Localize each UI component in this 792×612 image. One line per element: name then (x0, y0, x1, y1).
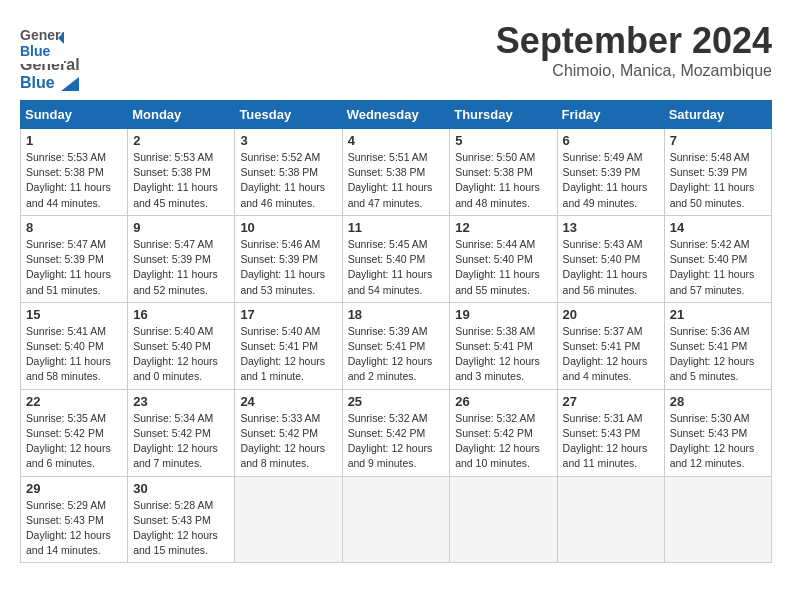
calendar-week-row: 29Sunrise: 5:29 AM Sunset: 5:43 PM Dayli… (21, 476, 772, 563)
calendar-cell: 28Sunrise: 5:30 AM Sunset: 5:43 PM Dayli… (664, 389, 771, 476)
day-number: 3 (240, 133, 336, 148)
calendar-cell: 7Sunrise: 5:48 AM Sunset: 5:39 PM Daylig… (664, 129, 771, 216)
day-info: Sunrise: 5:43 AM Sunset: 5:40 PM Dayligh… (563, 237, 659, 298)
day-number: 8 (26, 220, 122, 235)
day-info: Sunrise: 5:45 AM Sunset: 5:40 PM Dayligh… (348, 237, 445, 298)
day-info: Sunrise: 5:36 AM Sunset: 5:41 PM Dayligh… (670, 324, 766, 385)
day-number: 18 (348, 307, 445, 322)
weekday-header-thursday: Thursday (450, 101, 557, 129)
day-info: Sunrise: 5:32 AM Sunset: 5:42 PM Dayligh… (348, 411, 445, 472)
day-info: Sunrise: 5:34 AM Sunset: 5:42 PM Dayligh… (133, 411, 229, 472)
svg-text:General: General (20, 27, 64, 43)
day-info: Sunrise: 5:47 AM Sunset: 5:39 PM Dayligh… (133, 237, 229, 298)
day-number: 17 (240, 307, 336, 322)
day-info: Sunrise: 5:39 AM Sunset: 5:41 PM Dayligh… (348, 324, 445, 385)
location-subtitle: Chimoio, Manica, Mozambique (496, 62, 772, 80)
day-info: Sunrise: 5:38 AM Sunset: 5:41 PM Dayligh… (455, 324, 551, 385)
calendar-cell: 17Sunrise: 5:40 AM Sunset: 5:41 PM Dayli… (235, 302, 342, 389)
calendar-cell: 2Sunrise: 5:53 AM Sunset: 5:38 PM Daylig… (128, 129, 235, 216)
day-number: 5 (455, 133, 551, 148)
calendar-cell: 4Sunrise: 5:51 AM Sunset: 5:38 PM Daylig… (342, 129, 450, 216)
weekday-header-monday: Monday (128, 101, 235, 129)
day-number: 9 (133, 220, 229, 235)
day-number: 10 (240, 220, 336, 235)
day-number: 30 (133, 481, 229, 496)
day-info: Sunrise: 5:53 AM Sunset: 5:38 PM Dayligh… (26, 150, 122, 211)
day-info: Sunrise: 5:41 AM Sunset: 5:40 PM Dayligh… (26, 324, 122, 385)
calendar-cell: 16Sunrise: 5:40 AM Sunset: 5:40 PM Dayli… (128, 302, 235, 389)
day-number: 13 (563, 220, 659, 235)
day-info: Sunrise: 5:35 AM Sunset: 5:42 PM Dayligh… (26, 411, 122, 472)
day-number: 4 (348, 133, 445, 148)
calendar-cell: 22Sunrise: 5:35 AM Sunset: 5:42 PM Dayli… (21, 389, 128, 476)
day-number: 23 (133, 394, 229, 409)
day-info: Sunrise: 5:50 AM Sunset: 5:38 PM Dayligh… (455, 150, 551, 211)
calendar-cell: 23Sunrise: 5:34 AM Sunset: 5:42 PM Dayli… (128, 389, 235, 476)
calendar-week-row: 1Sunrise: 5:53 AM Sunset: 5:38 PM Daylig… (21, 129, 772, 216)
calendar-cell: 15Sunrise: 5:41 AM Sunset: 5:40 PM Dayli… (21, 302, 128, 389)
calendar-cell: 21Sunrise: 5:36 AM Sunset: 5:41 PM Dayli… (664, 302, 771, 389)
calendar-cell: 19Sunrise: 5:38 AM Sunset: 5:41 PM Dayli… (450, 302, 557, 389)
day-info: Sunrise: 5:53 AM Sunset: 5:38 PM Dayligh… (133, 150, 229, 211)
calendar-cell: 26Sunrise: 5:32 AM Sunset: 5:42 PM Dayli… (450, 389, 557, 476)
calendar-cell: 5Sunrise: 5:50 AM Sunset: 5:38 PM Daylig… (450, 129, 557, 216)
weekday-header-tuesday: Tuesday (235, 101, 342, 129)
calendar-cell: 20Sunrise: 5:37 AM Sunset: 5:41 PM Dayli… (557, 302, 664, 389)
calendar-table: SundayMondayTuesdayWednesdayThursdayFrid… (20, 100, 772, 563)
day-info: Sunrise: 5:48 AM Sunset: 5:39 PM Dayligh… (670, 150, 766, 211)
svg-marker-4 (61, 77, 79, 91)
day-number: 11 (348, 220, 445, 235)
calendar-week-row: 22Sunrise: 5:35 AM Sunset: 5:42 PM Dayli… (21, 389, 772, 476)
day-info: Sunrise: 5:31 AM Sunset: 5:43 PM Dayligh… (563, 411, 659, 472)
title-block: September 2024 Chimoio, Manica, Mozambiq… (496, 20, 772, 80)
calendar-cell (664, 476, 771, 563)
calendar-cell (450, 476, 557, 563)
calendar-cell (342, 476, 450, 563)
day-info: Sunrise: 5:40 AM Sunset: 5:40 PM Dayligh… (133, 324, 229, 385)
day-info: Sunrise: 5:49 AM Sunset: 5:39 PM Dayligh… (563, 150, 659, 211)
day-number: 14 (670, 220, 766, 235)
calendar-cell: 6Sunrise: 5:49 AM Sunset: 5:39 PM Daylig… (557, 129, 664, 216)
weekday-header-sunday: Sunday (21, 101, 128, 129)
calendar-cell: 8Sunrise: 5:47 AM Sunset: 5:39 PM Daylig… (21, 215, 128, 302)
calendar-cell (235, 476, 342, 563)
day-number: 29 (26, 481, 122, 496)
logo-arrow-icon (61, 77, 79, 91)
day-info: Sunrise: 5:46 AM Sunset: 5:39 PM Dayligh… (240, 237, 336, 298)
day-info: Sunrise: 5:42 AM Sunset: 5:40 PM Dayligh… (670, 237, 766, 298)
logo-blue: Blue (20, 74, 55, 91)
month-title: September 2024 (496, 20, 772, 62)
calendar-cell: 13Sunrise: 5:43 AM Sunset: 5:40 PM Dayli… (557, 215, 664, 302)
calendar-cell: 30Sunrise: 5:28 AM Sunset: 5:43 PM Dayli… (128, 476, 235, 563)
day-number: 24 (240, 394, 336, 409)
day-info: Sunrise: 5:28 AM Sunset: 5:43 PM Dayligh… (133, 498, 229, 559)
day-info: Sunrise: 5:47 AM Sunset: 5:39 PM Dayligh… (26, 237, 122, 298)
calendar-cell: 12Sunrise: 5:44 AM Sunset: 5:40 PM Dayli… (450, 215, 557, 302)
calendar-cell: 14Sunrise: 5:42 AM Sunset: 5:40 PM Dayli… (664, 215, 771, 302)
calendar-cell: 1Sunrise: 5:53 AM Sunset: 5:38 PM Daylig… (21, 129, 128, 216)
calendar-cell: 27Sunrise: 5:31 AM Sunset: 5:43 PM Dayli… (557, 389, 664, 476)
day-info: Sunrise: 5:32 AM Sunset: 5:42 PM Dayligh… (455, 411, 551, 472)
calendar-cell: 25Sunrise: 5:32 AM Sunset: 5:42 PM Dayli… (342, 389, 450, 476)
weekday-header-saturday: Saturday (664, 101, 771, 129)
day-number: 25 (348, 394, 445, 409)
calendar-cell: 24Sunrise: 5:33 AM Sunset: 5:42 PM Dayli… (235, 389, 342, 476)
calendar-week-row: 8Sunrise: 5:47 AM Sunset: 5:39 PM Daylig… (21, 215, 772, 302)
day-number: 19 (455, 307, 551, 322)
calendar-cell: 18Sunrise: 5:39 AM Sunset: 5:41 PM Dayli… (342, 302, 450, 389)
day-info: Sunrise: 5:40 AM Sunset: 5:41 PM Dayligh… (240, 324, 336, 385)
day-number: 6 (563, 133, 659, 148)
day-info: Sunrise: 5:37 AM Sunset: 5:41 PM Dayligh… (563, 324, 659, 385)
page-header: General Blue General Blue September 2024… (20, 20, 772, 92)
day-number: 1 (26, 133, 122, 148)
day-number: 2 (133, 133, 229, 148)
calendar-cell: 11Sunrise: 5:45 AM Sunset: 5:40 PM Dayli… (342, 215, 450, 302)
calendar-cell: 10Sunrise: 5:46 AM Sunset: 5:39 PM Dayli… (235, 215, 342, 302)
weekday-header-friday: Friday (557, 101, 664, 129)
calendar-cell: 29Sunrise: 5:29 AM Sunset: 5:43 PM Dayli… (21, 476, 128, 563)
day-number: 15 (26, 307, 122, 322)
day-info: Sunrise: 5:51 AM Sunset: 5:38 PM Dayligh… (348, 150, 445, 211)
day-number: 16 (133, 307, 229, 322)
day-number: 26 (455, 394, 551, 409)
day-info: Sunrise: 5:29 AM Sunset: 5:43 PM Dayligh… (26, 498, 122, 559)
